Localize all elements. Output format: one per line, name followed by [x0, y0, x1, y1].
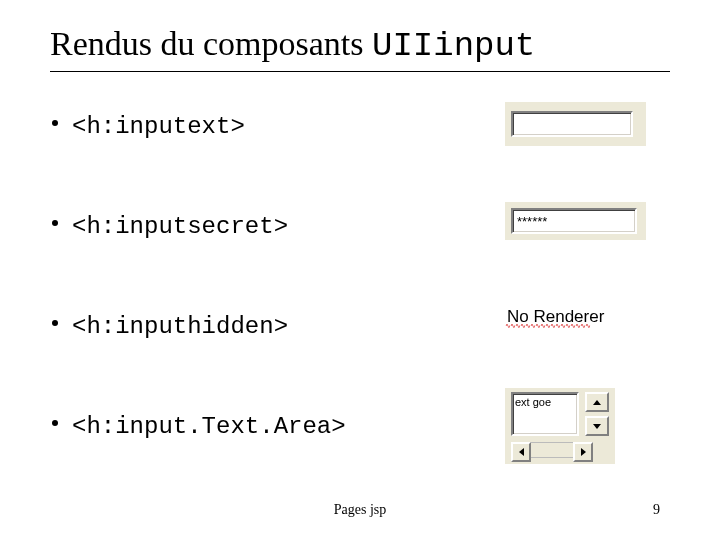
scroll-down-button[interactable]: [585, 416, 609, 436]
scroll-left-button[interactable]: [511, 442, 531, 462]
item-inputhidden: <h:inputhidden> No Renderer ∿∿∿∿∿∿∿∿∿∿∿∿…: [50, 302, 670, 350]
spellcheck-squiggle-icon: ∿∿∿∿∿∿∿∿∿∿∿∿∿∿∿∿∿: [505, 322, 605, 330]
password-input[interactable]: ******: [511, 208, 637, 234]
horizontal-scrollbar[interactable]: [511, 442, 593, 458]
title-mono: UIIinput: [372, 27, 535, 65]
item-inputsecret: <h:inputsecret> ******: [50, 202, 670, 250]
render-inputtext: [505, 102, 646, 146]
render-inputsecret: ******: [505, 202, 646, 240]
textarea-container: ext goe: [505, 388, 615, 464]
item-label: <h:inputsecret>: [72, 213, 288, 240]
bullet-icon: [52, 320, 58, 326]
slide-title: Rendus du composants UIIinput: [50, 25, 670, 65]
chevron-down-icon: [593, 424, 601, 429]
textarea-value: ext goe: [515, 396, 551, 408]
vertical-scrollbar[interactable]: [585, 392, 605, 428]
slide: Rendus du composants UIIinput <h:inputex…: [0, 0, 720, 540]
scroll-right-button[interactable]: [573, 442, 593, 462]
bullet-list: <h:inputext> <h:inputsecret> ****** <h:i…: [50, 102, 670, 450]
password-value: ******: [517, 214, 547, 229]
render-inputhidden: No Renderer ∿∿∿∿∿∿∿∿∿∿∿∿∿∿∿∿∿: [505, 302, 642, 332]
no-renderer-label: No Renderer ∿∿∿∿∿∿∿∿∿∿∿∿∿∿∿∿∿: [505, 302, 642, 332]
bullet-icon: [52, 220, 58, 226]
chevron-left-icon: [519, 448, 524, 456]
item-label: <h:input.Text.Area>: [72, 413, 346, 440]
item-label: <h:inputhidden>: [72, 313, 288, 340]
render-textarea: ext goe: [505, 388, 615, 464]
scrollbar-track[interactable]: [531, 442, 573, 458]
item-label: <h:inputext>: [72, 113, 245, 140]
item-inputtext: <h:inputext>: [50, 102, 670, 150]
text-input[interactable]: [511, 111, 633, 137]
chevron-right-icon: [581, 448, 586, 456]
title-serif: Rendus du composants: [50, 25, 372, 62]
inputtext-container: [505, 102, 646, 146]
bullet-icon: [52, 420, 58, 426]
bullet-icon: [52, 120, 58, 126]
title-underline: [50, 71, 670, 72]
inputsecret-container: ******: [505, 202, 646, 240]
item-inputtextarea: <h:input.Text.Area> ext goe: [50, 402, 670, 450]
chevron-up-icon: [593, 400, 601, 405]
page-number: 9: [653, 502, 660, 518]
scroll-up-button[interactable]: [585, 392, 609, 412]
textarea-input[interactable]: ext goe: [511, 392, 579, 436]
footer-center: Pages jsp: [0, 502, 720, 518]
